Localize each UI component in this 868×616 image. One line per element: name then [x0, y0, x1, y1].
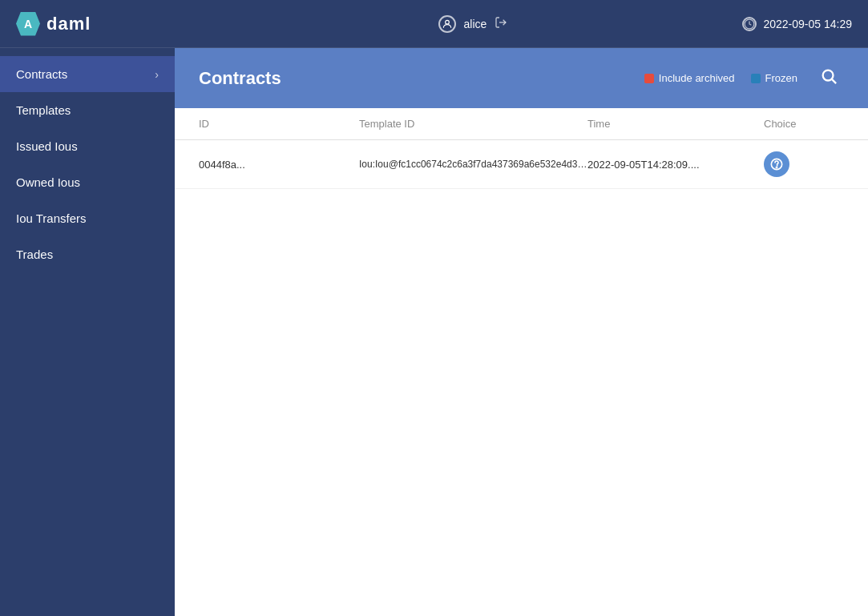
svg-point-3: [823, 70, 834, 81]
sidebar-item-contracts[interactable]: Contracts ›: [0, 56, 175, 92]
contracts-filters: Include archived Frozen: [644, 64, 844, 92]
username: alice: [464, 18, 487, 30]
main-content: Contracts Include archived Frozen: [175, 48, 868, 616]
sidebar-item-issued-ious[interactable]: Issued Ious: [0, 128, 175, 164]
logo-area: A daml: [16, 12, 91, 36]
logo-icon: A: [16, 12, 40, 36]
app-header: A daml alice 2022-09-05 14:29: [0, 0, 868, 48]
sidebar-item-iou-transfers[interactable]: Iou Transfers: [0, 200, 175, 236]
clock-icon: [742, 17, 757, 31]
column-header-time: Time: [587, 118, 764, 130]
include-archived-label: Include archived: [659, 72, 735, 84]
cell-template-id: Iou:Iou@fc1cc0674c2c6a3f7da437369a6e532e…: [359, 159, 587, 170]
chevron-right-icon: ›: [155, 68, 159, 81]
column-header-choice: Choice: [764, 118, 844, 130]
svg-line-4: [832, 79, 836, 83]
datetime-section: 2022-09-05 14:29: [742, 17, 852, 31]
contracts-header: Contracts Include archived Frozen: [175, 48, 868, 108]
user-avatar-icon: [438, 15, 456, 33]
sidebar-item-label: Issued Ious: [16, 139, 78, 153]
column-header-template-id: Template ID: [359, 118, 587, 130]
search-button[interactable]: [813, 64, 844, 92]
sidebar-item-label: Trades: [16, 248, 53, 261]
filter-include-archived[interactable]: Include archived: [644, 72, 735, 84]
sidebar-item-label: Owned Ious: [16, 175, 80, 189]
sidebar-item-label: Iou Transfers: [16, 211, 87, 225]
choice-button[interactable]: [764, 151, 789, 177]
sidebar: Contracts › Templates Issued Ious Owned …: [0, 48, 175, 616]
sidebar-item-owned-ious[interactable]: Owned Ious: [0, 164, 175, 200]
frozen-label: Frozen: [765, 72, 797, 84]
contracts-table: ID Template ID Time Choice 0044f8a... Io…: [175, 108, 868, 616]
table-header-row: ID Template ID Time Choice: [175, 108, 868, 140]
sidebar-item-templates[interactable]: Templates: [0, 92, 175, 128]
svg-point-0: [445, 20, 449, 24]
user-section: alice: [438, 15, 508, 33]
cell-choice: [764, 151, 844, 177]
frozen-checkbox[interactable]: [751, 74, 761, 83]
logout-icon[interactable]: [495, 16, 507, 32]
datetime-display: 2022-09-05 14:29: [763, 18, 852, 30]
logo-text: daml: [46, 14, 91, 34]
contracts-title: Contracts: [199, 68, 281, 89]
cell-time: 2022-09-05T14:28:09....: [587, 159, 764, 171]
include-archived-checkbox[interactable]: [644, 74, 654, 83]
column-header-id: ID: [199, 118, 359, 130]
main-layout: Contracts › Templates Issued Ious Owned …: [0, 48, 868, 616]
filter-frozen[interactable]: Frozen: [751, 72, 797, 84]
sidebar-item-label: Templates: [16, 103, 71, 117]
table-row: 0044f8a... Iou:Iou@fc1cc0674c2c6a3f7da43…: [175, 140, 868, 189]
svg-point-5: [776, 167, 777, 167]
sidebar-item-trades[interactable]: Trades: [0, 236, 175, 272]
sidebar-item-label: Contracts: [16, 67, 67, 81]
cell-id: 0044f8a...: [199, 159, 359, 171]
